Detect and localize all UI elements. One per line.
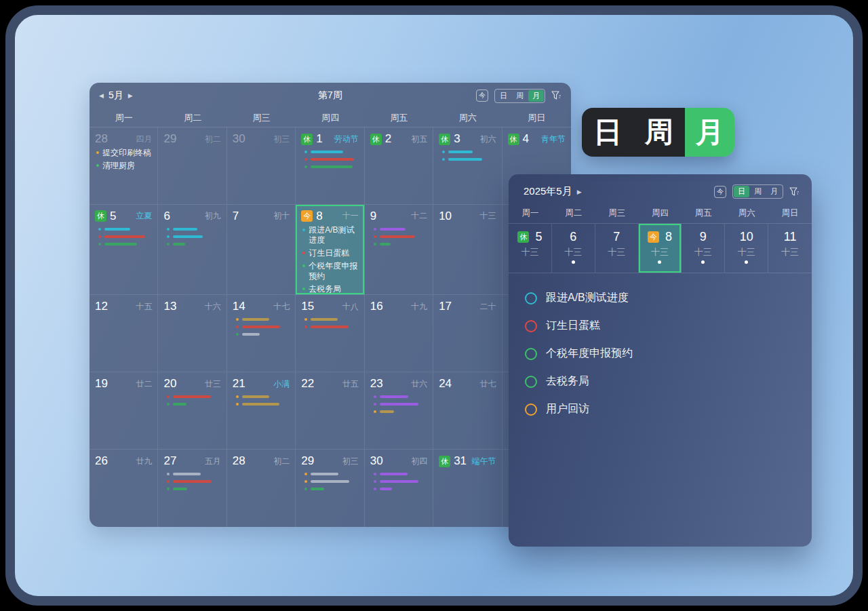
- task-item[interactable]: 订生日蛋糕: [525, 312, 795, 340]
- calendar-cell[interactable]: 17二十: [433, 295, 502, 372]
- event-bar-row[interactable]: [374, 395, 427, 398]
- event-bar-row[interactable]: [304, 473, 358, 475]
- filter-icon[interactable]: [789, 187, 800, 197]
- event-bar-row[interactable]: [98, 243, 152, 245]
- week-day-cell[interactable]: 9十三: [682, 224, 725, 273]
- cell-task-item[interactable]: 去税务局: [302, 284, 358, 295]
- task-item[interactable]: 用户回访: [525, 395, 795, 423]
- calendar-cell[interactable]: 16十九: [365, 295, 433, 372]
- event-bar-row[interactable]: [374, 488, 427, 490]
- view-tab-week[interactable]: 周: [750, 186, 766, 197]
- calendar-cell[interactable]: 29初三: [296, 450, 364, 527]
- week-day-cell[interactable]: 休5十三: [509, 224, 552, 273]
- event-bar-row[interactable]: [167, 228, 220, 231]
- event-bar-row[interactable]: [442, 158, 496, 161]
- event-bar-row[interactable]: [167, 403, 220, 406]
- next-month-icon[interactable]: ▶: [128, 92, 133, 99]
- view-tab-week[interactable]: 周: [633, 108, 685, 157]
- today-button[interactable]: 今: [714, 186, 726, 198]
- calendar-cell[interactable]: 休2初五: [365, 127, 433, 205]
- calendar-cell[interactable]: 20廿三: [158, 372, 226, 450]
- event-bar-row[interactable]: [442, 151, 496, 153]
- event-bar-row[interactable]: [98, 228, 152, 231]
- calendar-cell[interactable]: 26廿九: [90, 450, 158, 527]
- event-bar-row[interactable]: [374, 228, 427, 231]
- event-bar-row[interactable]: [374, 473, 427, 475]
- view-tab-day[interactable]: 日: [582, 108, 633, 157]
- view-tab-month[interactable]: 月: [685, 108, 734, 157]
- event-bar-row[interactable]: [304, 488, 358, 490]
- event-bar-row[interactable]: [236, 318, 290, 321]
- event-bar-row[interactable]: [374, 480, 427, 483]
- event-bar-row[interactable]: [374, 243, 427, 245]
- calendar-cell[interactable]: 10十三: [433, 205, 502, 296]
- event-bar-row[interactable]: [304, 318, 358, 321]
- calendar-cell[interactable]: 休31端午节: [433, 450, 502, 527]
- calendar-cell[interactable]: 15十八: [296, 295, 364, 372]
- view-tab-day[interactable]: 日: [496, 90, 511, 102]
- calendar-cell[interactable]: 24廿七: [433, 372, 502, 450]
- cell-task-item[interactable]: 跟进A/B测试进度: [302, 225, 358, 246]
- filter-icon[interactable]: [551, 91, 561, 100]
- today-button[interactable]: 今: [476, 90, 488, 102]
- event-bar-row[interactable]: [236, 326, 290, 328]
- calendar-cell[interactable]: 9十二: [365, 205, 433, 296]
- event-bar-row[interactable]: [304, 480, 358, 483]
- calendar-cell[interactable]: 23廿六: [365, 372, 433, 450]
- calendar-cell[interactable]: 休1劳动节: [296, 127, 364, 205]
- event-bar-row[interactable]: [304, 158, 358, 161]
- event-bar-row[interactable]: [167, 480, 220, 483]
- week-day-cell[interactable]: 6十三: [552, 224, 595, 273]
- calendar-cell[interactable]: 27五月: [158, 450, 226, 527]
- week-day-cell[interactable]: 7十三: [595, 224, 639, 273]
- calendar-cell[interactable]: 休5立夏: [90, 205, 158, 296]
- calendar-cell[interactable]: 29初二: [158, 127, 226, 205]
- calendar-cell[interactable]: 今8十一跟进A/B测试进度订生日蛋糕个税年度申报预约去税务局: [296, 205, 364, 296]
- calendar-cell[interactable]: 28初二: [227, 450, 296, 527]
- week-day-cell[interactable]: 11十三: [768, 224, 812, 273]
- task-checkbox[interactable]: [525, 292, 537, 304]
- task-item[interactable]: 去税务局: [525, 368, 795, 395]
- calendar-cell[interactable]: 30初四: [365, 450, 433, 527]
- task-checkbox[interactable]: [525, 320, 537, 332]
- next-month-icon[interactable]: ▶: [577, 189, 582, 195]
- cell-task-item[interactable]: 清理厨房: [96, 161, 152, 172]
- calendar-cell[interactable]: 6初九: [158, 205, 226, 296]
- event-bar-row[interactable]: [374, 235, 427, 238]
- week-day-cell[interactable]: 10十三: [725, 224, 768, 273]
- event-bar-row[interactable]: [374, 410, 427, 413]
- event-bar-row[interactable]: [167, 395, 220, 398]
- view-tab-month[interactable]: 月: [766, 186, 782, 197]
- calendar-cell[interactable]: 22廿五: [296, 372, 364, 450]
- event-bar-row[interactable]: [304, 151, 358, 153]
- prev-month-icon[interactable]: ◀: [99, 92, 104, 99]
- calendar-cell[interactable]: 12十五: [90, 295, 158, 372]
- calendar-cell[interactable]: 13十六: [158, 295, 226, 372]
- calendar-cell[interactable]: 14十七: [227, 295, 296, 372]
- cell-task-item[interactable]: 订生日蛋糕: [302, 248, 358, 259]
- task-item[interactable]: 个税年度申报预约: [525, 340, 795, 368]
- event-bar-row[interactable]: [167, 488, 220, 490]
- calendar-cell[interactable]: 休3初六: [433, 127, 502, 205]
- calendar-cell[interactable]: 7初十: [227, 205, 296, 296]
- event-bar-row[interactable]: [236, 395, 290, 398]
- view-tab-week[interactable]: 周: [512, 90, 528, 102]
- view-tab-month[interactable]: 月: [528, 90, 544, 102]
- event-bar-row[interactable]: [167, 473, 220, 475]
- view-tab-day[interactable]: 日: [734, 186, 749, 197]
- event-bar-row[interactable]: [167, 235, 220, 238]
- cell-task-item[interactable]: 提交印刷终稿: [96, 148, 152, 159]
- event-bar-row[interactable]: [236, 403, 290, 406]
- event-bar-row[interactable]: [304, 326, 358, 328]
- event-bar-row[interactable]: [167, 243, 220, 245]
- task-item[interactable]: 跟进A/B测试进度: [525, 284, 795, 312]
- event-bar-row[interactable]: [304, 165, 358, 168]
- task-checkbox[interactable]: [525, 348, 537, 360]
- calendar-cell[interactable]: 19廿二: [90, 372, 158, 450]
- event-bar-row[interactable]: [98, 235, 152, 238]
- calendar-cell[interactable]: 21小满: [227, 372, 296, 450]
- week-day-cell[interactable]: 今8十三: [639, 224, 682, 273]
- calendar-cell[interactable]: 30初三: [227, 127, 296, 205]
- cell-task-item[interactable]: 个税年度申报预约: [302, 261, 358, 282]
- task-checkbox[interactable]: [525, 403, 537, 416]
